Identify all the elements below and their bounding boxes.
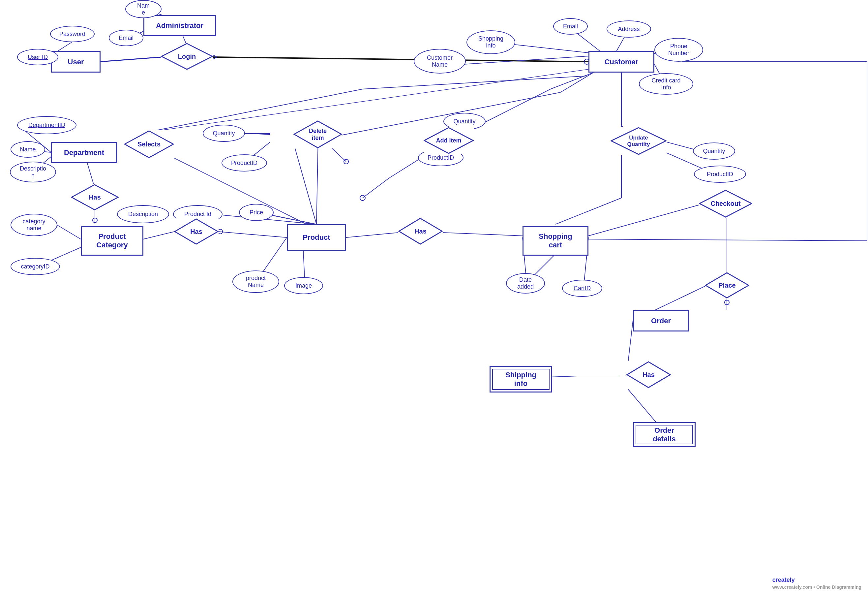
attr-customer-email: Email (553, 18, 588, 35)
attr-product-description: Description (117, 205, 169, 223)
svg-line-8 (213, 57, 217, 59)
rel-login: Login (161, 43, 213, 70)
attr-date-added: Dateadded (506, 273, 545, 294)
rel-selects: Selects (124, 130, 174, 158)
entity-administrator: Administrator (144, 15, 216, 36)
attr-credit-card: Credit cardInfo (639, 73, 693, 95)
attr-category-name: categoryname (10, 214, 57, 236)
er-diagram-canvas: Administrator User Customer Department P… (0, 0, 868, 597)
attr-cart-id: CartID (562, 280, 602, 297)
entity-product: Product (287, 224, 346, 251)
svg-line-71 (628, 389, 656, 422)
svg-line-38 (363, 76, 588, 89)
entity-order-details: Orderdetails (633, 422, 696, 447)
svg-line-69 (628, 321, 633, 363)
svg-line-73 (295, 149, 317, 224)
entity-product-category: ProductCategory (81, 226, 144, 255)
svg-line-7 (213, 55, 217, 57)
rel-delete-item: Deleteitem (293, 120, 342, 149)
svg-line-28 (144, 232, 175, 239)
entity-shipping-info: Shippinginfo (490, 366, 552, 392)
attr-quantity-3: Quantity (693, 143, 735, 160)
entity-user: User (51, 51, 101, 73)
watermark: creately www.creately.com • Online Diagr… (772, 576, 861, 590)
svg-point-51 (360, 195, 365, 200)
attr-productid-3: ProductID (694, 166, 746, 183)
attr-dept-name: Name (10, 141, 45, 157)
attr-address: Address (607, 21, 651, 38)
entity-customer: Customer (588, 51, 655, 73)
svg-line-42 (317, 137, 318, 224)
attr-admin-email: Email (109, 30, 144, 46)
attr-product-name: productName (233, 270, 279, 293)
svg-line-5 (101, 57, 161, 62)
svg-line-58 (346, 233, 399, 238)
attr-department-id: DepartmentID (17, 116, 77, 134)
entity-shopping-cart: Shoppingcart (523, 226, 588, 255)
entity-department: Department (51, 142, 117, 163)
attr-customer-name: CustomerName (414, 49, 466, 74)
attr-dept-desc: Description (10, 162, 56, 183)
attr-price: Price (239, 204, 274, 221)
svg-line-74 (149, 69, 588, 132)
attr-shopping-info: Shoppinginfo (467, 30, 515, 54)
svg-line-59 (442, 233, 523, 236)
attr-admin-name: Name (125, 0, 161, 18)
rel-has-dept: Has (71, 184, 118, 211)
svg-line-46 (560, 73, 593, 92)
attr-image: Image (284, 277, 323, 294)
svg-point-66 (724, 300, 729, 305)
rel-checkout: Checkout (699, 190, 752, 218)
rel-has-product: Has (398, 218, 443, 245)
svg-point-25 (93, 218, 97, 223)
svg-line-68 (555, 198, 621, 224)
attr-phone-number: PhoneNumber (655, 38, 703, 62)
svg-point-30 (218, 229, 222, 234)
svg-line-50 (363, 178, 389, 198)
svg-line-19 (588, 239, 867, 241)
svg-line-40 (252, 134, 270, 135)
rel-has-category: Has (174, 218, 219, 245)
svg-line-29 (218, 232, 287, 238)
entity-order: Order (633, 310, 689, 331)
svg-line-48 (551, 73, 593, 89)
rel-has-order: Has (627, 361, 671, 388)
attr-password: Password (50, 26, 95, 42)
svg-line-10 (463, 56, 588, 64)
rel-add-item: Add item (424, 127, 474, 154)
attr-category-id: categoryID (10, 258, 60, 275)
svg-line-6 (213, 57, 588, 62)
svg-point-41 (344, 159, 348, 164)
svg-line-63 (588, 205, 701, 236)
attr-user-id: User ID (17, 49, 58, 65)
rel-update-quantity: UpdateQuantity (610, 127, 667, 155)
rel-place: Place (705, 272, 750, 298)
attr-productid-1: ProductID (222, 154, 267, 172)
attr-quantity-1: Quantity (203, 125, 245, 142)
svg-line-26 (57, 225, 81, 239)
svg-line-11 (514, 45, 588, 53)
